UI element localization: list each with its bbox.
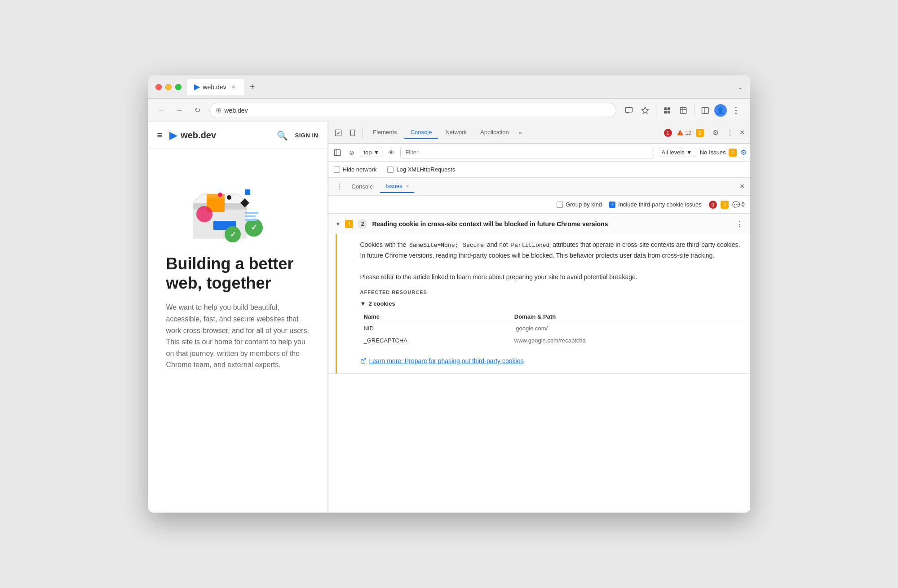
nav-bar: ← → ↻ ⊞ web.dev 👤 ⋮ <box>148 99 750 122</box>
levels-selector[interactable]: All levels ▼ <box>658 148 696 157</box>
svg-rect-0 <box>625 107 632 112</box>
include-third-party-option[interactable]: ✓ Include third-party cookie issues <box>609 201 702 208</box>
issues-gear-button[interactable]: ⚙ <box>740 148 747 157</box>
svg-rect-17 <box>245 189 250 195</box>
levels-label: All levels <box>662 149 685 156</box>
code-secure: Secure <box>461 242 485 249</box>
site-signin-button[interactable]: SIGN IN <box>295 132 319 139</box>
console-toolbar: ⊘ top ▼ 👁 All levels ▼ No Issues 2 ⚙ <box>328 144 750 162</box>
maximize-traffic-light[interactable] <box>175 84 181 90</box>
console-subtab[interactable]: Console <box>346 180 379 193</box>
svg-rect-24 <box>245 219 257 221</box>
code-samesite: SameSite=None; <box>408 242 460 249</box>
extension1-button[interactable] <box>660 103 674 118</box>
warning-badge[interactable]: ! 12 <box>677 129 691 136</box>
include-third-party-label: Include third-party cookie issues <box>618 201 702 208</box>
cookie-row-grecaptcha[interactable]: _GRECAPTCHA www.google.com/recaptcha <box>360 334 743 347</box>
error-badge[interactable]: 1 <box>664 129 672 137</box>
issues-subtab-close[interactable]: × <box>406 183 409 189</box>
subtabs-close-button[interactable]: × <box>740 182 745 191</box>
svg-text:✓: ✓ <box>230 231 235 238</box>
devtools-more-button[interactable]: ⋮ <box>724 127 736 139</box>
log-xmlhttp-checkbox-item[interactable]: Log XMLHttpRequests <box>387 166 455 173</box>
hero-title: Building a better web, together <box>166 254 310 293</box>
device-toolbar-button[interactable] <box>346 127 359 139</box>
new-tab-button[interactable]: + <box>246 80 259 94</box>
menu-button[interactable]: ⋮ <box>729 103 743 118</box>
tab-application[interactable]: Application <box>474 126 515 139</box>
tab-network[interactable]: Network <box>439 126 473 139</box>
context-arrow-icon: ▼ <box>374 149 380 156</box>
context-selector[interactable]: top ▼ <box>361 148 383 157</box>
hide-network-checkbox[interactable] <box>334 167 340 173</box>
hero-desc: We want to help you build beautiful, acc… <box>166 302 310 371</box>
devtools-close-button[interactable]: × <box>738 126 747 139</box>
issue-header[interactable]: ▼ ! 2 Reading cookie in cross-site conte… <box>328 214 750 234</box>
filter-input[interactable] <box>400 147 654 158</box>
devtools-extension-button[interactable] <box>676 103 690 118</box>
svg-rect-4 <box>667 107 670 110</box>
svg-rect-27 <box>350 130 354 136</box>
learn-more-link[interactable]: Learn more: Prepare for phasing out thir… <box>360 354 743 364</box>
group-by-kind-checkbox[interactable] <box>557 202 563 208</box>
devtools-settings-button[interactable]: ⚙ <box>709 127 722 139</box>
close-traffic-light[interactable] <box>155 84 162 90</box>
learn-more-text: Learn more: Prepare for phasing out thir… <box>369 357 524 364</box>
site-logo-icon: ▶ <box>169 130 177 141</box>
tab-title: web.dev <box>203 83 226 91</box>
minimize-traffic-light[interactable] <box>165 84 172 90</box>
more-tabs-button[interactable]: » <box>516 127 525 138</box>
toggle-sidebar-button[interactable] <box>698 103 712 118</box>
cast-button[interactable] <box>622 103 636 118</box>
cookie-row-nid[interactable]: NID .google.com/ <box>360 322 743 335</box>
svg-point-25 <box>218 193 222 197</box>
active-tab[interactable]: ▶ web.dev × <box>187 79 244 95</box>
address-bar[interactable]: ⊞ web.dev <box>209 103 616 118</box>
error-count-badge: 0 <box>709 201 717 209</box>
svg-point-15 <box>227 195 231 200</box>
cookies-tree-header[interactable]: ▼ 2 cookies <box>360 300 743 307</box>
profile-button[interactable]: 👤 <box>714 104 727 117</box>
include-third-party-checkbox[interactable]: ✓ <box>609 202 615 208</box>
issues-topbar-badge[interactable]: 2 <box>696 129 704 137</box>
site-search-button[interactable]: 🔍 <box>277 130 288 141</box>
group-by-kind-option[interactable]: Group by kind <box>557 201 602 208</box>
issue-count-badge: 2 <box>358 219 367 229</box>
site-logo[interactable]: ▶ web.dev <box>169 130 216 141</box>
issue-item: ▼ ! 2 Reading cookie in cross-site conte… <box>328 214 750 374</box>
eye-filter-button[interactable]: 👁 <box>386 147 397 158</box>
inspect-element-button[interactable] <box>332 127 345 139</box>
back-button[interactable]: ← <box>155 104 168 117</box>
issues-subtab[interactable]: Issues × <box>380 180 414 193</box>
issue-warning-icon: ! <box>345 220 353 228</box>
no-issues-badge[interactable]: No Issues 2 <box>700 149 737 157</box>
hide-network-checkbox-item[interactable]: Hide network <box>334 166 377 173</box>
svg-text:!: ! <box>679 132 680 136</box>
hide-network-label: Hide network <box>343 166 377 173</box>
issue-menu-button[interactable]: ⋮ <box>736 220 743 228</box>
tab-close-button[interactable]: × <box>230 83 237 91</box>
code-partitioned: Partitioned <box>510 242 551 249</box>
issue-description: Cookies with the SameSite=None; Secure a… <box>360 234 743 282</box>
levels-arrow-icon: ▼ <box>686 149 692 156</box>
window-chevron[interactable]: ⌄ <box>738 83 743 91</box>
context-label: top <box>364 149 372 156</box>
subtabs-options-button[interactable]: ⋮ <box>334 181 345 192</box>
tab-console[interactable]: Console <box>404 126 438 139</box>
hamburger-icon[interactable]: ≡ <box>157 130 163 140</box>
reload-button[interactable]: ↻ <box>191 104 204 117</box>
forward-button[interactable]: → <box>173 104 186 117</box>
no-issues-label: No Issues <box>700 149 726 156</box>
svg-rect-3 <box>664 107 667 110</box>
issue-body: Cookies with the SameSite=None; Secure a… <box>336 234 750 373</box>
clear-console-button[interactable]: ⊘ <box>346 147 357 158</box>
svg-rect-30 <box>334 149 340 155</box>
sidebar-toggle-button[interactable] <box>332 147 343 158</box>
tab-elements[interactable]: Elements <box>367 126 403 139</box>
log-xmlhttp-checkbox[interactable] <box>387 167 394 173</box>
bookmark-button[interactable] <box>638 103 652 118</box>
website-sidebar: ≡ ▶ web.dev 🔍 SIGN IN <box>148 122 328 513</box>
cookies-table-header-row: Name Domain & Path <box>360 312 743 322</box>
cookie-nid-name: NID <box>360 322 511 335</box>
nav-separator <box>656 105 656 116</box>
